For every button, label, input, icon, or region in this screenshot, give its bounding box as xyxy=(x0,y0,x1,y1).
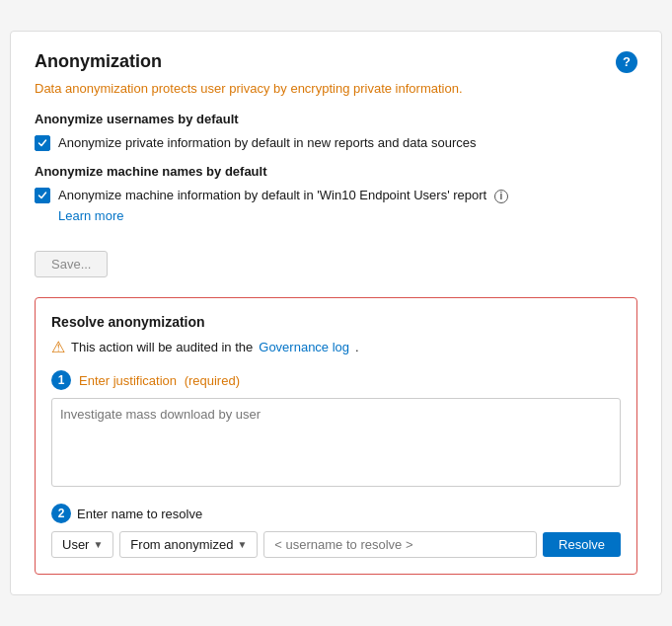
help-icon[interactable]: ? xyxy=(616,51,637,73)
usernames-section-title: Anonymize usernames by default xyxy=(35,112,637,126)
step1-badge: 1 xyxy=(51,370,71,390)
justification-textarea[interactable] xyxy=(51,398,621,487)
governance-log-link[interactable]: Governance log xyxy=(259,340,349,354)
user-type-dropdown[interactable]: User ▼ xyxy=(51,531,113,558)
step2-label: Enter name to resolve xyxy=(77,507,202,521)
direction-chevron-icon: ▼ xyxy=(237,539,247,550)
anonymized-direction-dropdown[interactable]: From anonymized ▼ xyxy=(119,531,258,558)
resolve-title: Resolve anonymization xyxy=(51,314,621,330)
warning-icon: ⚠ xyxy=(51,338,65,356)
subtitle-text: Data anonymization protects user privacy… xyxy=(35,81,637,96)
machine-checkbox-row: Anonymize machine information by default… xyxy=(35,187,637,204)
learn-more-link[interactable]: Learn more xyxy=(58,208,637,223)
user-type-chevron-icon: ▼ xyxy=(93,539,103,550)
step2-row: 2 Enter name to resolve xyxy=(51,504,621,523)
resolve-button[interactable]: Resolve xyxy=(543,532,621,557)
step1-row: 1 Enter justification (required) xyxy=(51,370,621,390)
audit-text-after: . xyxy=(355,340,359,354)
audit-text-before: This action will be audited in the xyxy=(71,340,253,354)
machine-info-icon[interactable]: i xyxy=(494,190,508,203)
panel-title: Anonymization xyxy=(35,51,162,72)
audit-row: ⚠ This action will be audited in the Gov… xyxy=(51,338,621,356)
machine-checkbox-label: Anonymize machine information by default… xyxy=(58,187,508,204)
save-button[interactable]: Save... xyxy=(35,251,108,277)
machine-section: Anonymize machine names by default Anony… xyxy=(35,164,637,223)
resolve-anonymization-box: Resolve anonymization ⚠ This action will… xyxy=(35,297,637,575)
usernames-checkbox-row: Anonymize private information by default… xyxy=(35,134,637,152)
step1-label: Enter justification (required) xyxy=(79,373,240,388)
machine-section-title: Anonymize machine names by default xyxy=(35,164,637,179)
anonymization-panel: Anonymization ? Data anonymization prote… xyxy=(10,31,662,595)
resolve-controls: User ▼ From anonymized ▼ Resolve xyxy=(51,531,621,558)
username-input[interactable] xyxy=(263,531,537,558)
panel-header: Anonymization ? xyxy=(35,51,637,73)
machine-checkbox[interactable] xyxy=(35,188,50,203)
step2-badge: 2 xyxy=(51,504,71,523)
usernames-section: Anonymize usernames by default Anonymize… xyxy=(35,112,637,152)
usernames-checkbox[interactable] xyxy=(35,135,50,151)
usernames-checkbox-label: Anonymize private information by default… xyxy=(58,134,476,152)
